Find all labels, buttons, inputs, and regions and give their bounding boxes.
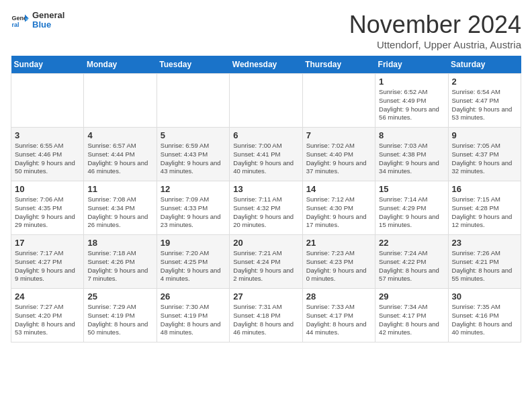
day-detail: Sunrise: 7:00 AMSunset: 4:41 PMDaylight:… bbox=[233, 142, 298, 176]
logo-line2: Blue bbox=[32, 20, 64, 30]
day-number: 5 bbox=[161, 130, 226, 140]
day-number: 13 bbox=[233, 184, 298, 194]
calendar-cell: 24Sunrise: 7:27 AMSunset: 4:20 PMDayligh… bbox=[11, 289, 84, 342]
calendar-week-2: 3Sunrise: 6:55 AMSunset: 4:46 PMDaylight… bbox=[11, 128, 521, 181]
day-number: 15 bbox=[379, 184, 444, 194]
day-number: 6 bbox=[233, 130, 298, 140]
day-detail: Sunrise: 7:18 AMSunset: 4:26 PMDaylight:… bbox=[87, 249, 152, 283]
calendar-cell bbox=[302, 74, 375, 128]
page-header: Gene ral General Blue November 2024 Utte… bbox=[11, 11, 521, 50]
calendar-cell: 8Sunrise: 7:03 AMSunset: 4:38 PMDaylight… bbox=[375, 128, 448, 181]
calendar-cell: 16Sunrise: 7:15 AMSunset: 4:28 PMDayligh… bbox=[448, 181, 521, 235]
calendar-cell: 3Sunrise: 6:55 AMSunset: 4:46 PMDaylight… bbox=[11, 128, 84, 181]
calendar-cell: 22Sunrise: 7:24 AMSunset: 4:22 PMDayligh… bbox=[375, 235, 448, 289]
day-detail: Sunrise: 7:24 AMSunset: 4:22 PMDaylight:… bbox=[379, 249, 444, 283]
day-number: 27 bbox=[233, 291, 298, 302]
day-detail: Sunrise: 7:17 AMSunset: 4:27 PMDaylight:… bbox=[15, 249, 80, 283]
calendar-cell: 20Sunrise: 7:21 AMSunset: 4:24 PMDayligh… bbox=[230, 235, 302, 289]
location: Uttendorf, Upper Austria, Austria bbox=[349, 39, 521, 50]
day-header-friday: Friday bbox=[375, 56, 448, 74]
svg-text:ral: ral bbox=[11, 21, 19, 28]
day-detail: Sunrise: 7:34 AMSunset: 4:17 PMDaylight:… bbox=[379, 303, 444, 337]
day-detail: Sunrise: 7:08 AMSunset: 4:34 PMDaylight:… bbox=[87, 195, 152, 230]
day-detail: Sunrise: 6:55 AMSunset: 4:46 PMDaylight:… bbox=[15, 142, 80, 176]
day-detail: Sunrise: 6:54 AMSunset: 4:47 PMDaylight:… bbox=[452, 88, 517, 122]
day-number: 1 bbox=[379, 77, 444, 87]
logo-icon: Gene ral bbox=[11, 11, 30, 30]
calendar-cell bbox=[11, 74, 84, 128]
day-number: 10 bbox=[15, 184, 80, 194]
calendar-cell: 27Sunrise: 7:31 AMSunset: 4:18 PMDayligh… bbox=[230, 289, 302, 342]
title-area: November 2024 Uttendorf, Upper Austria, … bbox=[349, 11, 521, 50]
day-number: 4 bbox=[87, 130, 152, 140]
day-detail: Sunrise: 7:31 AMSunset: 4:18 PMDaylight:… bbox=[233, 303, 298, 337]
day-header-wednesday: Wednesday bbox=[230, 56, 302, 74]
day-detail: Sunrise: 7:29 AMSunset: 4:19 PMDaylight:… bbox=[87, 303, 152, 337]
day-header-sunday: Sunday bbox=[11, 56, 84, 74]
calendar-cell: 15Sunrise: 7:14 AMSunset: 4:29 PMDayligh… bbox=[375, 181, 448, 235]
day-detail: Sunrise: 7:30 AMSunset: 4:19 PMDaylight:… bbox=[161, 303, 226, 337]
day-number: 2 bbox=[452, 77, 517, 87]
day-number: 24 bbox=[15, 291, 80, 302]
day-number: 3 bbox=[15, 130, 80, 140]
calendar-cell: 21Sunrise: 7:23 AMSunset: 4:23 PMDayligh… bbox=[302, 235, 375, 289]
calendar-cell bbox=[84, 74, 157, 128]
day-detail: Sunrise: 7:03 AMSunset: 4:38 PMDaylight:… bbox=[379, 142, 444, 176]
day-detail: Sunrise: 7:27 AMSunset: 4:20 PMDaylight:… bbox=[15, 303, 80, 337]
calendar-cell: 26Sunrise: 7:30 AMSunset: 4:19 PMDayligh… bbox=[157, 289, 229, 342]
calendar-cell: 25Sunrise: 7:29 AMSunset: 4:19 PMDayligh… bbox=[84, 289, 157, 342]
day-detail: Sunrise: 6:59 AMSunset: 4:43 PMDaylight:… bbox=[161, 142, 226, 176]
calendar-cell: 28Sunrise: 7:33 AMSunset: 4:17 PMDayligh… bbox=[302, 289, 375, 342]
day-number: 8 bbox=[379, 130, 444, 140]
calendar-week-5: 24Sunrise: 7:27 AMSunset: 4:20 PMDayligh… bbox=[11, 289, 521, 342]
calendar-cell: 5Sunrise: 6:59 AMSunset: 4:43 PMDaylight… bbox=[157, 128, 229, 181]
logo: Gene ral General Blue bbox=[11, 11, 64, 30]
calendar-week-1: 1Sunrise: 6:52 AMSunset: 4:49 PMDaylight… bbox=[11, 74, 521, 128]
day-number: 11 bbox=[87, 184, 152, 194]
day-detail: Sunrise: 7:35 AMSunset: 4:16 PMDaylight:… bbox=[452, 303, 517, 337]
day-detail: Sunrise: 7:05 AMSunset: 4:37 PMDaylight:… bbox=[452, 142, 517, 176]
calendar-body: 1Sunrise: 6:52 AMSunset: 4:49 PMDaylight… bbox=[11, 74, 521, 342]
day-number: 30 bbox=[452, 291, 517, 302]
calendar-cell: 4Sunrise: 6:57 AMSunset: 4:44 PMDaylight… bbox=[84, 128, 157, 181]
calendar-cell: 1Sunrise: 6:52 AMSunset: 4:49 PMDaylight… bbox=[375, 74, 448, 128]
day-detail: Sunrise: 7:14 AMSunset: 4:29 PMDaylight:… bbox=[379, 195, 444, 230]
day-number: 25 bbox=[87, 291, 152, 302]
calendar-cell: 12Sunrise: 7:09 AMSunset: 4:33 PMDayligh… bbox=[157, 181, 229, 235]
calendar-cell: 10Sunrise: 7:06 AMSunset: 4:35 PMDayligh… bbox=[11, 181, 84, 235]
month-title: November 2024 bbox=[349, 11, 521, 39]
day-detail: Sunrise: 7:33 AMSunset: 4:17 PMDaylight:… bbox=[306, 303, 371, 337]
day-number: 22 bbox=[379, 238, 444, 248]
calendar-cell: 18Sunrise: 7:18 AMSunset: 4:26 PMDayligh… bbox=[84, 235, 157, 289]
calendar-cell: 13Sunrise: 7:11 AMSunset: 4:32 PMDayligh… bbox=[230, 181, 302, 235]
day-number: 26 bbox=[161, 291, 226, 302]
calendar-cell bbox=[157, 74, 229, 128]
day-detail: Sunrise: 7:23 AMSunset: 4:23 PMDaylight:… bbox=[306, 249, 371, 283]
calendar-cell: 30Sunrise: 7:35 AMSunset: 4:16 PMDayligh… bbox=[448, 289, 521, 342]
day-header-tuesday: Tuesday bbox=[157, 56, 229, 74]
day-detail: Sunrise: 7:06 AMSunset: 4:35 PMDaylight:… bbox=[15, 195, 80, 230]
calendar-week-4: 17Sunrise: 7:17 AMSunset: 4:27 PMDayligh… bbox=[11, 235, 521, 289]
day-number: 12 bbox=[161, 184, 226, 194]
day-detail: Sunrise: 6:57 AMSunset: 4:44 PMDaylight:… bbox=[87, 142, 152, 176]
svg-text:Gene: Gene bbox=[11, 15, 27, 21]
day-number: 28 bbox=[306, 291, 371, 302]
day-header-monday: Monday bbox=[84, 56, 157, 74]
calendar-cell: 11Sunrise: 7:08 AMSunset: 4:34 PMDayligh… bbox=[84, 181, 157, 235]
day-detail: Sunrise: 7:12 AMSunset: 4:30 PMDaylight:… bbox=[306, 195, 371, 230]
day-detail: Sunrise: 7:21 AMSunset: 4:24 PMDaylight:… bbox=[233, 249, 298, 283]
day-detail: Sunrise: 6:52 AMSunset: 4:49 PMDaylight:… bbox=[379, 88, 444, 122]
day-number: 19 bbox=[161, 238, 226, 248]
day-number: 18 bbox=[87, 238, 152, 248]
calendar-cell bbox=[230, 74, 302, 128]
day-number: 21 bbox=[306, 238, 371, 248]
calendar-cell: 23Sunrise: 7:26 AMSunset: 4:21 PMDayligh… bbox=[448, 235, 521, 289]
day-detail: Sunrise: 7:02 AMSunset: 4:40 PMDaylight:… bbox=[306, 142, 371, 176]
calendar-cell: 29Sunrise: 7:34 AMSunset: 4:17 PMDayligh… bbox=[375, 289, 448, 342]
calendar-cell: 7Sunrise: 7:02 AMSunset: 4:40 PMDaylight… bbox=[302, 128, 375, 181]
day-number: 14 bbox=[306, 184, 371, 194]
calendar-cell: 2Sunrise: 6:54 AMSunset: 4:47 PMDaylight… bbox=[448, 74, 521, 128]
day-number: 7 bbox=[306, 130, 371, 140]
day-number: 20 bbox=[233, 238, 298, 248]
day-detail: Sunrise: 7:09 AMSunset: 4:33 PMDaylight:… bbox=[161, 195, 226, 230]
